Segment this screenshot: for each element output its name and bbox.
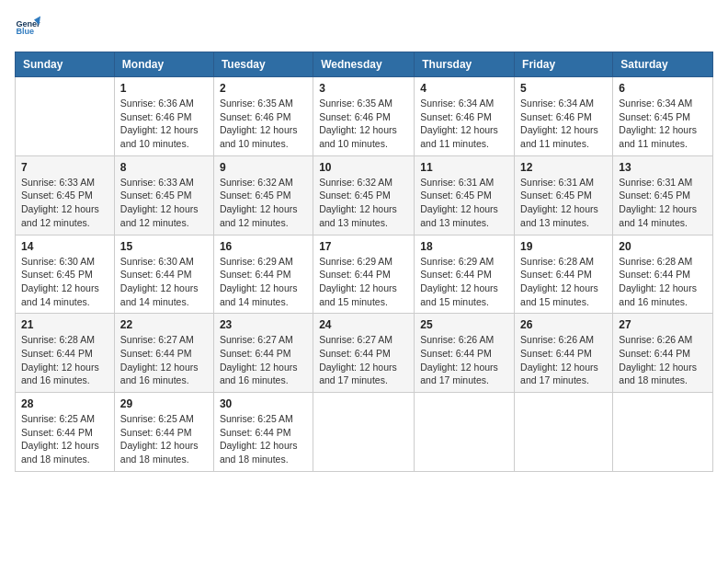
day-info: Sunrise: 6:28 AMSunset: 6:44 PMDaylight:… [520, 255, 607, 309]
calendar-cell: 7Sunrise: 6:33 AMSunset: 6:45 PMDaylight… [16, 155, 115, 235]
day-info: Sunrise: 6:33 AMSunset: 6:45 PMDaylight:… [21, 176, 108, 230]
day-number: 19 [520, 240, 607, 253]
day-info: Sunrise: 6:26 AMSunset: 6:44 PMDaylight:… [520, 333, 607, 387]
day-number: 12 [520, 161, 607, 174]
day-number: 11 [420, 161, 508, 174]
day-number: 3 [319, 82, 408, 95]
calendar-cell: 2Sunrise: 6:35 AMSunset: 6:46 PMDaylight… [213, 77, 313, 156]
day-number: 10 [319, 161, 408, 174]
day-number: 18 [420, 240, 508, 253]
day-number: 14 [21, 240, 108, 253]
svg-text:Blue: Blue [16, 27, 34, 36]
calendar-cell: 22Sunrise: 6:27 AMSunset: 6:44 PMDayligh… [114, 314, 213, 393]
calendar-cell: 3Sunrise: 6:35 AMSunset: 6:46 PMDaylight… [313, 77, 415, 156]
day-info: Sunrise: 6:27 AMSunset: 6:44 PMDaylight:… [319, 333, 408, 387]
weekday-header: Wednesday [313, 52, 415, 77]
day-info: Sunrise: 6:25 AMSunset: 6:44 PMDaylight:… [120, 412, 208, 466]
calendar-cell: 28Sunrise: 6:25 AMSunset: 6:44 PMDayligh… [16, 393, 115, 472]
day-number: 20 [619, 240, 707, 253]
calendar-cell: 24Sunrise: 6:27 AMSunset: 6:44 PMDayligh… [313, 314, 415, 393]
weekday-header-row: SundayMondayTuesdayWednesdayThursdayFrid… [16, 52, 713, 77]
calendar-week-row: 28Sunrise: 6:25 AMSunset: 6:44 PMDayligh… [16, 393, 713, 472]
day-info: Sunrise: 6:32 AMSunset: 6:45 PMDaylight:… [319, 176, 408, 230]
calendar-cell: 16Sunrise: 6:29 AMSunset: 6:44 PMDayligh… [213, 235, 313, 314]
calendar-cell: 8Sunrise: 6:33 AMSunset: 6:45 PMDaylight… [114, 155, 213, 235]
calendar-cell: 1Sunrise: 6:36 AMSunset: 6:46 PMDaylight… [114, 77, 213, 156]
day-info: Sunrise: 6:30 AMSunset: 6:45 PMDaylight:… [21, 255, 108, 309]
calendar-cell: 13Sunrise: 6:31 AMSunset: 6:45 PMDayligh… [613, 155, 713, 235]
day-number: 26 [520, 318, 607, 331]
day-info: Sunrise: 6:34 AMSunset: 6:46 PMDaylight:… [420, 97, 508, 151]
day-info: Sunrise: 6:27 AMSunset: 6:44 PMDaylight:… [220, 333, 307, 387]
calendar-cell: 26Sunrise: 6:26 AMSunset: 6:44 PMDayligh… [515, 314, 613, 393]
calendar-cell [613, 393, 713, 472]
calendar-cell: 27Sunrise: 6:26 AMSunset: 6:44 PMDayligh… [613, 314, 713, 393]
calendar-week-row: 7Sunrise: 6:33 AMSunset: 6:45 PMDaylight… [16, 155, 713, 235]
day-info: Sunrise: 6:26 AMSunset: 6:44 PMDaylight:… [619, 333, 707, 387]
calendar-week-row: 14Sunrise: 6:30 AMSunset: 6:45 PMDayligh… [16, 235, 713, 314]
calendar-cell [515, 393, 613, 472]
calendar-cell: 4Sunrise: 6:34 AMSunset: 6:46 PMDaylight… [415, 77, 515, 156]
calendar-body: 1Sunrise: 6:36 AMSunset: 6:46 PMDaylight… [16, 77, 713, 472]
day-number: 23 [220, 318, 307, 331]
day-number: 1 [120, 82, 208, 95]
day-number: 30 [220, 397, 307, 410]
day-info: Sunrise: 6:36 AMSunset: 6:46 PMDaylight:… [120, 97, 208, 151]
day-number: 4 [420, 82, 508, 95]
calendar-cell: 6Sunrise: 6:34 AMSunset: 6:45 PMDaylight… [613, 77, 713, 156]
day-info: Sunrise: 6:30 AMSunset: 6:44 PMDaylight:… [120, 255, 208, 309]
day-number: 15 [120, 240, 208, 253]
day-number: 16 [220, 240, 307, 253]
day-info: Sunrise: 6:29 AMSunset: 6:44 PMDaylight:… [319, 255, 408, 309]
weekday-header: Thursday [415, 52, 515, 77]
day-number: 24 [319, 318, 408, 331]
calendar-cell: 9Sunrise: 6:32 AMSunset: 6:45 PMDaylight… [213, 155, 313, 235]
calendar-cell: 10Sunrise: 6:32 AMSunset: 6:45 PMDayligh… [313, 155, 415, 235]
calendar-cell: 12Sunrise: 6:31 AMSunset: 6:45 PMDayligh… [515, 155, 613, 235]
calendar-cell: 11Sunrise: 6:31 AMSunset: 6:45 PMDayligh… [415, 155, 515, 235]
day-info: Sunrise: 6:31 AMSunset: 6:45 PMDaylight:… [520, 176, 607, 230]
day-info: Sunrise: 6:33 AMSunset: 6:45 PMDaylight:… [120, 176, 208, 230]
weekday-header: Sunday [16, 52, 115, 77]
day-info: Sunrise: 6:28 AMSunset: 6:44 PMDaylight:… [619, 255, 707, 309]
day-number: 27 [619, 318, 707, 331]
calendar-cell [415, 393, 515, 472]
day-info: Sunrise: 6:26 AMSunset: 6:44 PMDaylight:… [420, 333, 508, 387]
calendar-cell [313, 393, 415, 472]
weekday-header: Monday [114, 52, 213, 77]
day-info: Sunrise: 6:28 AMSunset: 6:44 PMDaylight:… [21, 333, 108, 387]
day-number: 28 [21, 397, 108, 410]
calendar-header: SundayMondayTuesdayWednesdayThursdayFrid… [16, 52, 713, 77]
day-number: 8 [120, 161, 208, 174]
day-number: 13 [619, 161, 707, 174]
calendar-cell: 18Sunrise: 6:29 AMSunset: 6:44 PMDayligh… [415, 235, 515, 314]
day-info: Sunrise: 6:25 AMSunset: 6:44 PMDaylight:… [21, 412, 108, 466]
weekday-header: Tuesday [213, 52, 313, 77]
day-info: Sunrise: 6:34 AMSunset: 6:46 PMDaylight:… [520, 97, 607, 151]
calendar-cell: 23Sunrise: 6:27 AMSunset: 6:44 PMDayligh… [213, 314, 313, 393]
day-number: 5 [520, 82, 607, 95]
page-header: General Blue [15, 15, 713, 40]
day-number: 9 [220, 161, 307, 174]
day-info: Sunrise: 6:35 AMSunset: 6:46 PMDaylight:… [319, 97, 408, 151]
day-info: Sunrise: 6:27 AMSunset: 6:44 PMDaylight:… [120, 333, 208, 387]
day-number: 17 [319, 240, 408, 253]
day-info: Sunrise: 6:29 AMSunset: 6:44 PMDaylight:… [220, 255, 307, 309]
calendar-cell: 21Sunrise: 6:28 AMSunset: 6:44 PMDayligh… [16, 314, 115, 393]
weekday-header: Friday [515, 52, 613, 77]
day-info: Sunrise: 6:35 AMSunset: 6:46 PMDaylight:… [220, 97, 307, 151]
calendar-cell: 15Sunrise: 6:30 AMSunset: 6:44 PMDayligh… [114, 235, 213, 314]
day-info: Sunrise: 6:25 AMSunset: 6:44 PMDaylight:… [220, 412, 307, 466]
calendar-cell: 5Sunrise: 6:34 AMSunset: 6:46 PMDaylight… [515, 77, 613, 156]
calendar-cell: 19Sunrise: 6:28 AMSunset: 6:44 PMDayligh… [515, 235, 613, 314]
day-number: 29 [120, 397, 208, 410]
calendar-cell: 29Sunrise: 6:25 AMSunset: 6:44 PMDayligh… [114, 393, 213, 472]
day-info: Sunrise: 6:29 AMSunset: 6:44 PMDaylight:… [420, 255, 508, 309]
day-number: 7 [21, 161, 108, 174]
day-number: 2 [220, 82, 307, 95]
calendar-cell: 20Sunrise: 6:28 AMSunset: 6:44 PMDayligh… [613, 235, 713, 314]
calendar-cell: 14Sunrise: 6:30 AMSunset: 6:45 PMDayligh… [16, 235, 115, 314]
calendar-cell: 30Sunrise: 6:25 AMSunset: 6:44 PMDayligh… [213, 393, 313, 472]
calendar-cell: 17Sunrise: 6:29 AMSunset: 6:44 PMDayligh… [313, 235, 415, 314]
day-number: 25 [420, 318, 508, 331]
